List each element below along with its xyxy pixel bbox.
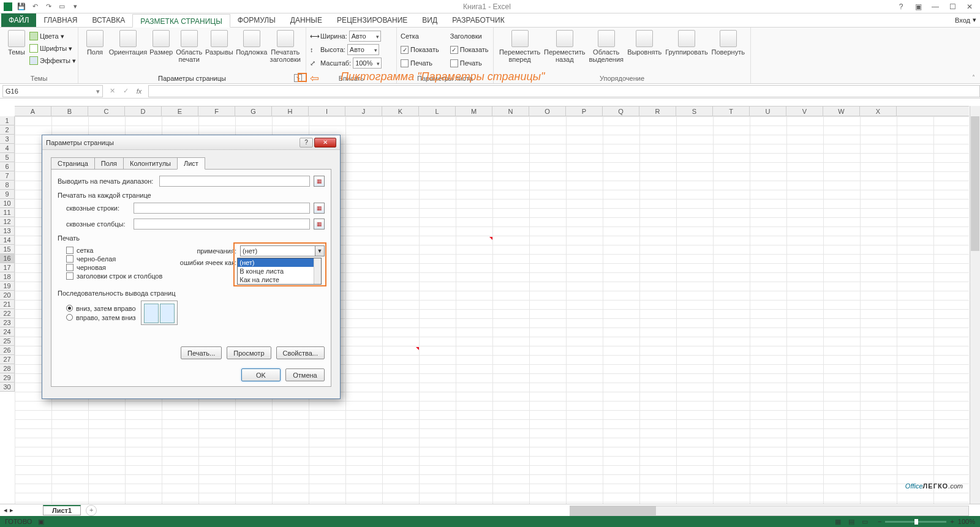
row-header[interactable]: 29 xyxy=(0,373,15,383)
dialog-tab-page[interactable]: Страница xyxy=(51,157,95,170)
row-header[interactable]: 25 xyxy=(0,337,15,346)
column-header[interactable]: S xyxy=(676,107,713,116)
gridlines-show-check[interactable]: ✓Показать xyxy=(401,43,439,56)
row-header[interactable]: 10 xyxy=(0,199,15,208)
tab-developer[interactable]: РАЗРАБОТЧИК xyxy=(445,13,512,27)
zoom-in-icon[interactable]: + xyxy=(950,518,954,525)
scrollbar-thumb[interactable] xyxy=(971,116,979,251)
new-sheet-button[interactable]: + xyxy=(86,505,97,516)
row-header[interactable]: 1 xyxy=(0,116,15,125)
height-combo[interactable]: Авто xyxy=(347,44,379,55)
dropdown-item[interactable]: Как на листе xyxy=(238,275,321,284)
row-header[interactable]: 5 xyxy=(0,153,15,162)
column-header[interactable]: M xyxy=(456,107,492,116)
row-header[interactable]: 13 xyxy=(0,226,15,236)
tab-view[interactable]: ВИД xyxy=(415,13,445,27)
minimize-icon[interactable]: — xyxy=(927,1,943,12)
column-header[interactable]: L xyxy=(419,107,456,116)
row-header[interactable]: 15 xyxy=(0,245,15,254)
sheet-nav[interactable]: ◂▸ xyxy=(0,506,43,514)
collapse-ribbon-icon[interactable]: ˄ xyxy=(972,74,975,81)
gridlines-print-check[interactable]: Печать xyxy=(401,57,439,69)
width-combo[interactable]: Авто xyxy=(349,31,381,42)
column-header[interactable]: F xyxy=(198,107,235,116)
rotate-button[interactable]: Повернуть xyxy=(709,29,747,57)
scale-spinner[interactable]: 100% xyxy=(353,58,382,69)
ok-button[interactable]: OK xyxy=(241,368,281,381)
range-picker-icon[interactable]: ▦ xyxy=(314,203,325,214)
fonts-button[interactable]: Шрифты ▾ xyxy=(29,42,76,54)
column-headers[interactable]: ABCDEFGHIJKLMNOPQRSTUVWX xyxy=(15,106,969,116)
black-white-checkbox[interactable]: черно-белая xyxy=(66,255,175,263)
column-header[interactable]: J xyxy=(345,107,382,116)
align-button[interactable]: Выровнять xyxy=(625,29,663,57)
zoom-value[interactable]: 100% xyxy=(958,518,975,525)
column-header[interactable]: P xyxy=(566,107,603,116)
row-header[interactable]: 24 xyxy=(0,327,15,337)
scrollbar-thumb[interactable] xyxy=(570,506,656,515)
print-button[interactable]: Печать... xyxy=(181,346,222,359)
cancel-formula-icon[interactable]: ✕ xyxy=(105,87,119,95)
column-header[interactable]: U xyxy=(750,107,786,116)
close-icon[interactable]: ✕ xyxy=(962,1,978,12)
help-icon[interactable]: ? xyxy=(893,1,909,12)
row-header[interactable]: 28 xyxy=(0,364,15,373)
macro-record-icon[interactable]: ▣ xyxy=(38,518,44,526)
dropdown-item[interactable]: В конце листа xyxy=(238,267,321,275)
row-header[interactable]: 30 xyxy=(0,383,15,392)
effects-button[interactable]: Эффекты ▾ xyxy=(29,54,76,67)
row-header[interactable]: 26 xyxy=(0,346,15,355)
colors-button[interactable]: Цвета ▾ xyxy=(29,30,76,42)
row-header[interactable]: 18 xyxy=(0,272,15,282)
dialog-help-button[interactable]: ? xyxy=(300,138,313,148)
ribbon-options-icon[interactable]: ▣ xyxy=(910,1,926,12)
column-header[interactable]: E xyxy=(162,107,198,116)
column-header[interactable]: C xyxy=(88,107,125,116)
column-header[interactable]: K xyxy=(382,107,419,116)
column-header[interactable]: H xyxy=(272,107,309,116)
dialog-tab-sheet[interactable]: Лист xyxy=(177,157,205,170)
row-headers[interactable]: 1234567891011121314151617181920212223242… xyxy=(0,116,15,504)
row-header[interactable]: 14 xyxy=(0,236,15,245)
row-header[interactable]: 17 xyxy=(0,263,15,272)
row-header[interactable]: 11 xyxy=(0,208,15,217)
row-header[interactable]: 9 xyxy=(0,190,15,199)
draft-checkbox[interactable]: черновая xyxy=(66,264,175,271)
preview-button[interactable]: Просмотр xyxy=(227,346,271,359)
orientation-button[interactable]: Ориентация xyxy=(108,29,148,57)
zoom-out-icon[interactable]: − xyxy=(878,518,881,525)
zoom-slider[interactable] xyxy=(885,521,946,523)
dropdown-item[interactable]: (нет) xyxy=(238,258,321,267)
save-icon[interactable]: 💾 xyxy=(17,2,26,11)
selection-pane-button[interactable]: Область выделения xyxy=(587,29,625,64)
properties-button[interactable]: Свойства... xyxy=(276,346,325,359)
sheet-tab-active[interactable]: Лист1 xyxy=(43,505,81,515)
send-backward-button[interactable]: Переместить назад xyxy=(542,29,587,64)
row-header[interactable]: 8 xyxy=(0,181,15,190)
row-header[interactable]: 4 xyxy=(0,144,15,153)
row-header[interactable]: 7 xyxy=(0,171,15,181)
signin-area[interactable]: Вход ▾ xyxy=(955,16,976,24)
range-picker-icon[interactable]: ▦ xyxy=(314,219,325,230)
row-header[interactable]: 2 xyxy=(0,125,15,135)
tab-file[interactable]: ФАЙЛ xyxy=(1,13,36,27)
tab-insert[interactable]: ВСТАВКА xyxy=(85,13,132,27)
margins-button[interactable]: Поля xyxy=(82,29,108,57)
breaks-button[interactable]: Разрывы xyxy=(204,29,235,57)
column-header[interactable]: T xyxy=(713,107,750,116)
zoom-control[interactable]: − + 100% xyxy=(878,518,975,525)
row-header[interactable]: 3 xyxy=(0,135,15,144)
maximize-icon[interactable]: ☐ xyxy=(944,1,960,12)
column-header[interactable]: B xyxy=(51,107,88,116)
rows-repeat-input[interactable] xyxy=(134,203,310,214)
redo-icon[interactable]: ↷ xyxy=(44,2,53,11)
column-header[interactable]: A xyxy=(15,107,51,116)
touch-mode-icon[interactable]: ▭ xyxy=(58,2,66,11)
tab-data[interactable]: ДАННЫЕ xyxy=(283,13,330,27)
tab-formulas[interactable]: ФОРМУЛЫ xyxy=(230,13,283,27)
themes-button[interactable]: Темы xyxy=(4,29,29,57)
row-header[interactable]: 12 xyxy=(0,217,15,226)
row-col-headings-checkbox[interactable]: заголовки строк и столбцов xyxy=(66,272,175,280)
column-header[interactable]: X xyxy=(860,107,897,116)
undo-icon[interactable]: ↶ xyxy=(31,2,39,11)
